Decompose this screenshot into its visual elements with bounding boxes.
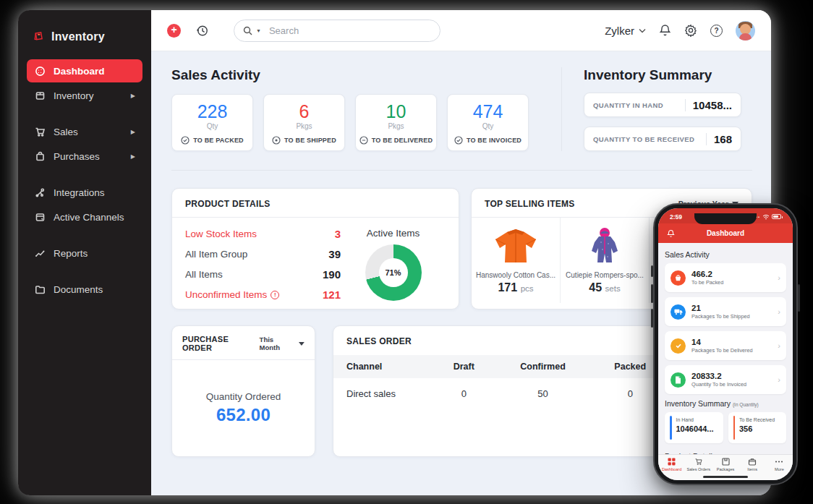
help-button[interactable]: ? bbox=[710, 25, 723, 37]
purchase-order-card: PURCHASE ORDER This Month Quantity Order… bbox=[171, 325, 315, 457]
accent-bar bbox=[733, 416, 736, 440]
metric-unit: Qty bbox=[482, 122, 494, 130]
sidebar-item-sales[interactable]: Sales ▶ bbox=[27, 120, 142, 143]
product-qty: 171 bbox=[498, 281, 517, 294]
phone-tab-items[interactable]: Items bbox=[739, 458, 766, 471]
sidebar-item-purchases[interactable]: Purchases ▶ bbox=[27, 145, 142, 168]
item-label: Packages To be Delivered bbox=[691, 347, 753, 354]
tab-label: More bbox=[775, 467, 784, 471]
tab-label: Items bbox=[747, 467, 757, 471]
phone-tab-packages[interactable]: Packages bbox=[712, 458, 738, 471]
info-icon: ! bbox=[271, 291, 279, 299]
row-value: 190 bbox=[323, 268, 341, 281]
dashboard-tab-icon bbox=[668, 458, 676, 466]
phone-volume-up-button bbox=[651, 284, 653, 303]
notifications-button[interactable] bbox=[659, 24, 671, 37]
phone-to-be-shipped-item[interactable]: 21Packages To be Shipped › bbox=[665, 297, 786, 326]
channels-icon bbox=[34, 211, 46, 223]
phone-to-be-received-card[interactable]: To Be Received356 bbox=[728, 412, 787, 443]
quantity-ordered-label: Quantity Ordered bbox=[206, 391, 281, 402]
to-be-shipped-card[interactable]: 6 Pkgs TO BE SHIPPED bbox=[263, 94, 345, 151]
integrations-icon bbox=[34, 187, 46, 198]
top-selling-item[interactable]: Hanswooly Cotton Cas... 171 pcs bbox=[472, 218, 561, 303]
to-be-invoiced-card[interactable]: 474 Qty TO BE INVOICED bbox=[447, 94, 529, 151]
metric-value: 6 bbox=[299, 101, 310, 122]
phone-home-indicator[interactable] bbox=[703, 476, 748, 479]
card-title: PRODUCT DETAILS bbox=[185, 199, 271, 209]
filter-value: This Month bbox=[260, 336, 296, 351]
sidebar: Inventory Dashboard Inventory ▶ bbox=[18, 10, 151, 495]
phone-tab-dashboard[interactable]: Dashboard bbox=[658, 458, 685, 471]
app-logo[interactable]: Inventory bbox=[27, 27, 142, 59]
metric-value: 228 bbox=[197, 101, 228, 122]
phone-time: 2:59 bbox=[670, 213, 682, 221]
org-switcher[interactable]: Zylker bbox=[605, 25, 646, 37]
recent-history-icon[interactable] bbox=[195, 24, 209, 38]
top-selling-item[interactable]: Cutiepie Rompers-spo... 45 sets bbox=[561, 218, 650, 303]
quick-create-button[interactable]: + bbox=[167, 24, 181, 38]
search-input[interactable]: ▼ Search bbox=[234, 20, 440, 42]
dashboard-icon bbox=[34, 65, 46, 77]
active-items-label: Active Items bbox=[367, 228, 420, 239]
metric-unit: Qty bbox=[207, 122, 218, 130]
card-title: PURCHASE ORDER bbox=[182, 335, 260, 352]
phone-body: Sales Activity 466.2To be Packed › 21Pac… bbox=[658, 243, 793, 454]
chevron-right-icon: › bbox=[778, 307, 780, 316]
phone-bell-icon[interactable] bbox=[667, 229, 675, 238]
sidebar-item-label: Purchases bbox=[54, 151, 100, 162]
phone-in-hand-card[interactable]: In Hand1046044... bbox=[665, 412, 723, 443]
item-label: Packages To be Shipped bbox=[691, 313, 750, 320]
gear-icon bbox=[684, 24, 697, 37]
cell-draft: 0 bbox=[434, 378, 494, 409]
avatar[interactable] bbox=[736, 21, 755, 40]
chevron-right-icon: › bbox=[778, 273, 780, 282]
sidebar-item-active-channels[interactable]: Active Channels bbox=[27, 205, 142, 228]
check-badge-icon bbox=[671, 338, 686, 354]
phone-volume-down-button bbox=[651, 309, 653, 328]
purchase-order-filter-dropdown[interactable]: This Month bbox=[260, 336, 305, 351]
sales-activity-title: Sales Activity bbox=[171, 67, 551, 83]
metric-value: 10 bbox=[386, 101, 406, 122]
chevron-right-icon: ▶ bbox=[131, 129, 135, 135]
row-value: 3 bbox=[335, 228, 341, 240]
sidebar-item-inventory[interactable]: Inventory ▶ bbox=[27, 84, 142, 107]
quantity-to-be-received-row[interactable]: QUANTITY TO BE RECEIVED 168 bbox=[584, 127, 741, 151]
phone-tab-sales-orders[interactable]: Sales Orders bbox=[685, 458, 712, 471]
romper-product-image bbox=[583, 225, 626, 267]
quantity-in-hand-row[interactable]: QUANTITY IN HAND 10458... bbox=[584, 93, 741, 117]
product-name: Hanswooly Cotton Cas... bbox=[476, 271, 556, 279]
phone-mute-switch bbox=[651, 265, 653, 277]
cart-tab-icon bbox=[694, 458, 703, 466]
all-items-row[interactable]: All Items 190 bbox=[185, 268, 341, 281]
to-be-delivered-card[interactable]: 10 Pkgs TO BE DELIVERED bbox=[355, 94, 437, 151]
sidebar-item-reports[interactable]: Reports bbox=[27, 242, 142, 265]
wifi-icon bbox=[762, 214, 770, 220]
cart-icon bbox=[34, 126, 46, 137]
sidebar-item-label: Reports bbox=[54, 248, 88, 259]
phone-to-be-delivered-item[interactable]: 14Packages To be Delivered › bbox=[665, 331, 786, 360]
all-item-group-row[interactable]: All Item Group 39 bbox=[185, 248, 341, 260]
sidebar-item-documents[interactable]: Documents bbox=[27, 278, 142, 301]
to-be-packed-card[interactable]: 228 Qty TO BE PACKED bbox=[171, 94, 253, 151]
search-scope-caret-icon[interactable]: ▼ bbox=[256, 28, 261, 33]
sidebar-item-dashboard[interactable]: Dashboard bbox=[27, 59, 142, 82]
phone-to-be-invoiced-item[interactable]: 20833.2Quantity To be Invoiced › bbox=[665, 365, 786, 394]
item-value: 14 bbox=[691, 338, 753, 346]
unconfirmed-items-row[interactable]: Unconfirmed Items ! 121 bbox=[185, 289, 341, 301]
item-value: 466.2 bbox=[691, 270, 723, 278]
more-tab-icon bbox=[775, 458, 783, 466]
search-icon bbox=[243, 26, 252, 35]
phone-tab-more[interactable]: More bbox=[766, 458, 793, 471]
inventory-summary-section: Inventory Summary QUANTITY IN HAND 10458… bbox=[562, 67, 752, 151]
sidebar-item-integrations[interactable]: Integrations bbox=[27, 181, 142, 204]
phone-inventory-summary-subtitle: (In Quantity) bbox=[733, 402, 759, 407]
settings-button[interactable] bbox=[684, 24, 697, 37]
card-label: In Hand bbox=[676, 417, 714, 422]
low-stock-items-row[interactable]: Low Stock Items 3 bbox=[185, 228, 341, 240]
circle-dot-icon bbox=[272, 136, 281, 145]
metric-unit: Pkgs bbox=[388, 122, 404, 130]
sidebar-item-label: Inventory bbox=[54, 90, 94, 101]
chevron-right-icon: ▶ bbox=[131, 153, 135, 160]
app-title: Inventory bbox=[51, 30, 105, 43]
phone-to-be-packed-item[interactable]: 466.2To be Packed › bbox=[665, 263, 786, 292]
